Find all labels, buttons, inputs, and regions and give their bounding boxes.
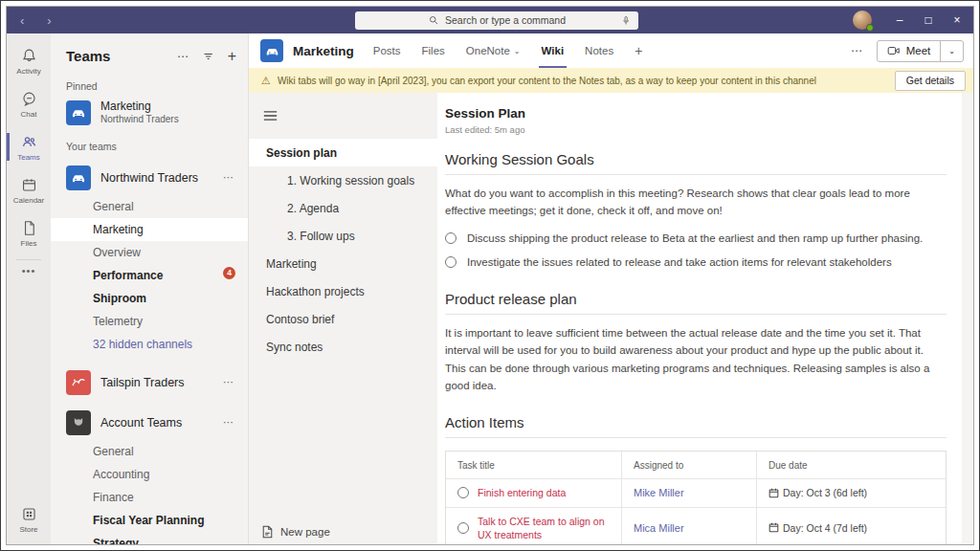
toc-item-agenda[interactable]: 2. Agenda [249, 194, 437, 222]
file-icon [20, 219, 38, 237]
teams-app-window: ‹ › Search or type a command – □ × Activ… [6, 6, 974, 545]
maximize-button[interactable]: □ [914, 7, 943, 33]
section-heading-working-session-goals[interactable]: Working Session Goals [445, 151, 947, 175]
table-row: Finish entering data Mike Miller Day: Oc… [446, 478, 946, 506]
team-name: Account Teams [100, 416, 213, 430]
channel-performance[interactable]: Performance 4 [51, 264, 248, 287]
team-northwind-traders[interactable]: Northwind Traders ⋯ [51, 161, 248, 195]
channel-general[interactable]: General [51, 440, 248, 463]
task-title-link[interactable]: Finish entering data [478, 486, 566, 499]
team-avatar-northwind-icon [66, 165, 91, 190]
back-icon[interactable]: ‹ [20, 14, 24, 27]
team-account-teams[interactable]: Account Teams ⋯ [51, 406, 248, 440]
rail-item-teams[interactable]: Teams [7, 125, 51, 168]
user-avatar[interactable] [853, 11, 872, 30]
section-paragraph[interactable]: What do you want to accomplish in this m… [445, 185, 947, 220]
channel-avatar-icon [260, 39, 283, 62]
wiki-content-row: Session plan 1. Working session goals 2.… [249, 93, 973, 544]
close-button[interactable]: × [943, 7, 971, 33]
minimize-button[interactable]: – [885, 7, 914, 33]
channel-finance[interactable]: Finance [51, 486, 248, 509]
new-page-icon [261, 525, 274, 539]
pinned-channel-name: Marketing [100, 99, 179, 114]
team-more-button[interactable]: ⋯ [223, 416, 234, 429]
tab-onenote[interactable]: OneNote⌄ [466, 33, 521, 68]
scrollbar-gutter[interactable] [962, 93, 973, 544]
table-header-row: Task title Assigned to Due date [446, 452, 946, 478]
channel-strategy[interactable]: Strategy [51, 532, 248, 545]
rail-label: Files [21, 239, 37, 248]
checkbox-circle[interactable] [445, 256, 457, 268]
section-heading-action-items[interactable]: Action Items [445, 414, 947, 438]
rail-more-button[interactable]: ••• [7, 265, 51, 276]
toc-item-contoso-brief[interactable]: Contoso brief [249, 305, 437, 333]
checkbox-circle[interactable] [445, 232, 457, 244]
rail-item-files[interactable]: Files [7, 211, 51, 254]
assignee-link[interactable]: Mica Miller [634, 522, 684, 534]
toc-menu-icon[interactable] [263, 108, 278, 125]
channel-telemetry[interactable]: Telemetry [51, 310, 248, 333]
team-more-button[interactable]: ⋯ [223, 171, 234, 184]
tab-wiki[interactable]: Wiki [542, 33, 565, 68]
toc-item-working-session-goals[interactable]: 1. Working session goals [249, 166, 437, 194]
section-heading-product-release-plan[interactable]: Product release plan [445, 291, 947, 315]
rail-label: Teams [17, 153, 40, 162]
channel-accounting[interactable]: Accounting [51, 463, 248, 486]
channel-fiscal-year-planning[interactable]: Fiscal Year Planning [51, 509, 248, 532]
your-teams-section-label: Your teams [51, 132, 248, 157]
new-page-button[interactable]: New page [261, 525, 330, 539]
teams-panel: Teams ⋯ + Pinned Marketing Northwind Tra… [51, 33, 249, 544]
due-date-value: Day: Oct 4 (7d left) [768, 522, 867, 534]
last-edited-label: Last edited: 5m ago [445, 124, 947, 135]
wiki-document: Session Plan Last edited: 5m ago Working… [437, 93, 962, 544]
team-name: Northwind Traders [100, 171, 213, 185]
toc-item-sync-notes[interactable]: Sync notes [249, 333, 437, 361]
toc-item-marketing[interactable]: Marketing [249, 250, 437, 277]
rail-item-activity[interactable]: Activity [7, 39, 51, 82]
pinned-channel-marketing[interactable]: Marketing Northwind Traders [51, 97, 248, 132]
channel-marketing-selected[interactable]: Marketing [51, 218, 248, 241]
channel-more-button[interactable]: ⋯ [851, 44, 863, 57]
toc-item-follow-ups[interactable]: 3. Follow ups [249, 222, 437, 250]
assignee-link[interactable]: Mike Miller [634, 487, 684, 498]
titlebar: ‹ › Search or type a command – □ × [7, 7, 973, 33]
team-avatar-tailspin-icon [66, 370, 91, 395]
channel-shiproom[interactable]: Shiproom [51, 287, 248, 310]
tab-posts[interactable]: Posts [373, 33, 401, 68]
rail-item-store[interactable]: Store [7, 497, 51, 540]
add-tab-button[interactable]: + [635, 43, 642, 58]
teams-more-button[interactable]: ⋯ [177, 50, 189, 63]
channel-overview[interactable]: Overview [51, 241, 248, 264]
task-title-link[interactable]: Talk to CXE team to align on UX treatmen… [478, 515, 613, 541]
team-tailspin-traders[interactable]: Tailspin Traders ⋯ [51, 365, 248, 400]
rail-item-calendar[interactable]: Calendar [7, 168, 51, 211]
join-create-team-button[interactable]: + [228, 49, 236, 64]
chevron-down-icon: ⌄ [514, 47, 521, 55]
presence-available-icon [866, 24, 874, 32]
filter-icon[interactable] [202, 50, 215, 63]
meet-button[interactable]: Meet ⌄ [877, 40, 964, 62]
task-checkbox-circle[interactable] [457, 487, 469, 498]
team-name: Tailspin Traders [100, 376, 213, 389]
mic-icon[interactable] [620, 14, 632, 29]
store-icon [20, 505, 38, 523]
task-checkbox-circle[interactable] [457, 522, 469, 534]
rail-item-chat[interactable]: Chat [7, 82, 51, 125]
meet-dropdown-button[interactable]: ⌄ [941, 41, 963, 61]
tab-files[interactable]: Files [422, 33, 445, 68]
goal-checklist-item: Discuss shipping the product release to … [445, 232, 947, 244]
page-title: Session Plan [445, 106, 947, 121]
search-input[interactable]: Search or type a command [355, 11, 638, 30]
section-paragraph[interactable]: It is important to leave sufficient time… [445, 324, 947, 395]
rail-label: Store [19, 525, 37, 534]
toc-item-session-plan[interactable]: Session plan [249, 139, 437, 166]
tab-notes[interactable]: Notes [585, 33, 613, 68]
forward-icon[interactable]: › [47, 14, 51, 27]
calendar-icon [20, 176, 38, 194]
hidden-channels-link[interactable]: 32 hidden channels [51, 333, 248, 356]
pinned-section-label: Pinned [51, 72, 248, 97]
team-more-button[interactable]: ⋯ [223, 376, 234, 388]
channel-general[interactable]: General [51, 195, 248, 218]
get-details-button[interactable]: Get details [895, 71, 966, 91]
toc-item-hackathon-projects[interactable]: Hackathon projects [249, 277, 437, 305]
